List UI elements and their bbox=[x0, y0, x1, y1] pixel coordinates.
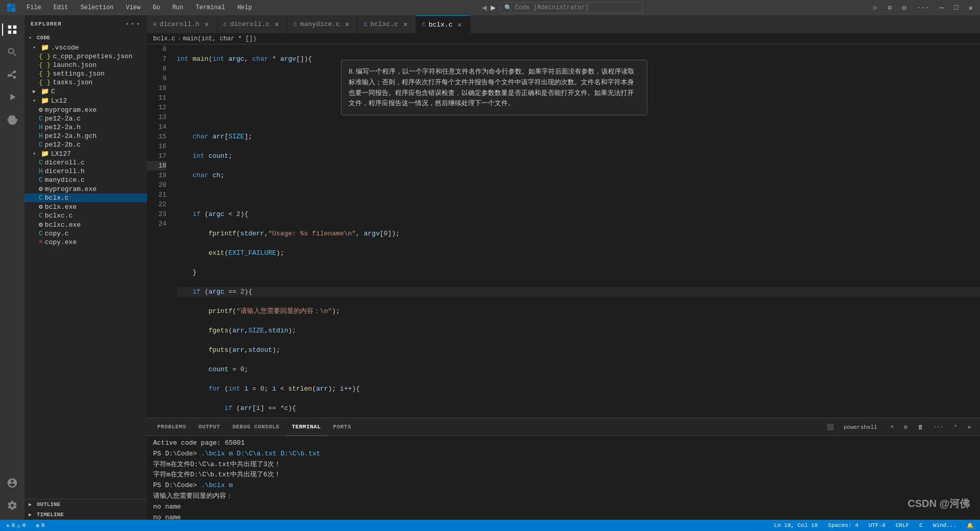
close-panel-icon[interactable]: ✕ bbox=[964, 423, 974, 431]
tree-item-diceroll-h[interactable]: H diceroll.h bbox=[24, 167, 147, 176]
tree-item-c-cpp[interactable]: { } c_cpp_propeties.json bbox=[24, 52, 147, 61]
new-terminal-icon[interactable]: + bbox=[888, 423, 897, 431]
tree-item-myprog2[interactable]: ⚙ myprogram.exe bbox=[24, 184, 147, 194]
status-position[interactable]: Ln 18, Col 18 bbox=[772, 522, 820, 528]
tab-bclxc[interactable]: C bclxc.c ✕ bbox=[358, 15, 416, 33]
tree-item-manydice[interactable]: C manydice.c bbox=[24, 176, 147, 184]
panel-tab-ports[interactable]: PORTS bbox=[327, 418, 358, 436]
tree-item-diceroll-c[interactable]: C diceroll.c bbox=[24, 158, 147, 167]
title-bar-controls[interactable]: ▷ ⚙ ⊟ ··· — □ ✕ bbox=[870, 3, 976, 13]
status-line-ending[interactable]: CRLF bbox=[894, 522, 911, 528]
activity-run-debug[interactable] bbox=[2, 87, 22, 107]
tree-item-lx127[interactable]: ▾ 📁 LX127 bbox=[24, 149, 147, 158]
tree-item-tasks[interactable]: { } tasks.json bbox=[24, 78, 147, 87]
menu-view[interactable]: View bbox=[124, 3, 142, 12]
tree-item-bclx-c[interactable]: C bclx.c bbox=[24, 194, 147, 202]
status-encoding[interactable]: UTF-8 bbox=[867, 522, 888, 528]
tree-item-bclxc-c[interactable]: C bclxc.c bbox=[24, 211, 147, 220]
outline-section[interactable]: ▶ OUTLINE bbox=[24, 499, 147, 510]
tree-item-copy-c[interactable]: C copy.c bbox=[24, 229, 147, 238]
panel-tab-output[interactable]: OUTPUT bbox=[192, 418, 227, 436]
svg-rect-3 bbox=[12, 8, 16, 12]
tab-diceroll-c[interactable]: C diceroll.c ✕ bbox=[217, 15, 288, 33]
tree-item-vscode[interactable]: ▾ 📁 .vscode bbox=[24, 43, 147, 52]
terminal-content[interactable]: Active code page: 65001 PS D:\Code> .\bc… bbox=[147, 436, 980, 520]
kill-terminal-icon[interactable]: 🗑 bbox=[915, 423, 926, 431]
activity-search[interactable] bbox=[2, 42, 22, 62]
tab-diceroll-h[interactable]: H diceroll.h ✕ bbox=[147, 15, 217, 33]
menu-terminal[interactable]: Terminal bbox=[193, 3, 227, 12]
tree-item-bclxc-exe[interactable]: ⚙ bclxc.exe bbox=[24, 220, 147, 229]
debug-run-icon[interactable]: ⚙ bbox=[885, 3, 895, 13]
activity-source-control[interactable] bbox=[2, 64, 22, 85]
tree-item-lx12[interactable]: ▾ 📁 Lx12 bbox=[24, 96, 147, 105]
breadcrumb-file[interactable]: bclx.c bbox=[153, 35, 175, 42]
back-icon[interactable]: ◀ bbox=[482, 3, 487, 13]
maximize-panel-icon[interactable]: ⌃ bbox=[951, 423, 961, 431]
panel-tab-terminal[interactable]: TERMINAL bbox=[286, 418, 327, 436]
run-icon[interactable]: ▷ bbox=[870, 3, 880, 13]
code-line-15: fprintf(stderr,"Usage: %s filename\n", a… bbox=[177, 229, 980, 238]
tree-item-pe12-2a-h[interactable]: H pe12-2a.h bbox=[24, 123, 147, 132]
timeline-section[interactable]: ▶ TIMELINE bbox=[24, 510, 147, 520]
layout-icon[interactable]: ⊟ bbox=[899, 3, 909, 13]
tooltip-text: 8. 编写一个程序，以一个字符和任意文件名作为命令行参数。如果字符后面没有参数，… bbox=[349, 67, 634, 107]
myprog2-label: myprogram.exe bbox=[45, 185, 96, 193]
tree-item-myprog-exe[interactable]: ⚙ myprogram.exe bbox=[24, 105, 147, 114]
tree-item-launch[interactable]: { } launch.json bbox=[24, 61, 147, 69]
more-icon[interactable]: ··· bbox=[914, 3, 933, 13]
code-line-21: fputs(arr,stdout); bbox=[177, 345, 980, 355]
folder-icon: 📁 bbox=[41, 87, 49, 95]
status-bell[interactable]: 🔔 bbox=[965, 522, 976, 529]
tab-close-active[interactable]: ✕ bbox=[456, 20, 464, 29]
activity-settings[interactable] bbox=[2, 495, 22, 516]
tree-item-bclx-exe[interactable]: ⚙ bclx.exe bbox=[24, 202, 147, 211]
tab-close[interactable]: ✕ bbox=[203, 20, 211, 29]
activity-account[interactable] bbox=[2, 473, 22, 493]
split-terminal-icon[interactable]: ⊟ bbox=[901, 423, 911, 431]
tab-close[interactable]: ✕ bbox=[343, 20, 351, 29]
terminal-line-8: no name bbox=[153, 513, 974, 520]
terminal-line-4: 字符m在文件D:\C\b.txt中共出现了6次！ bbox=[153, 470, 974, 480]
terminal-more-icon[interactable]: ··· bbox=[930, 423, 947, 431]
search-box[interactable]: 🔍 Code [Administrator] bbox=[500, 2, 643, 13]
status-info[interactable]: ⊕ 0 bbox=[34, 522, 46, 529]
status-errors[interactable]: ✕ 0 ⚠ 0 bbox=[4, 522, 28, 529]
menu-edit[interactable]: Edit bbox=[52, 3, 70, 12]
json-icon: { } bbox=[39, 79, 51, 86]
activity-extensions[interactable] bbox=[2, 109, 22, 130]
menu-go[interactable]: Go bbox=[151, 3, 162, 12]
menu-file[interactable]: File bbox=[24, 3, 43, 12]
activity-explorer[interactable] bbox=[2, 19, 22, 40]
tree-item-pe12-2b[interactable]: C pe12-2b.c bbox=[24, 140, 147, 149]
tree-item-pe12-2a-c[interactable]: C pe12-2a.c bbox=[24, 114, 147, 123]
close-button[interactable]: ✕ bbox=[966, 3, 976, 13]
status-language[interactable]: C bbox=[917, 522, 925, 528]
tree-item-pe12-2a-gch[interactable]: H pe12-2a.h.gch bbox=[24, 132, 147, 140]
tab-close[interactable]: ✕ bbox=[401, 20, 409, 29]
status-notifications[interactable]: Wind... bbox=[931, 522, 959, 528]
tab-manydice[interactable]: C manydice.c ✕ bbox=[287, 15, 358, 33]
menu-run[interactable]: Run bbox=[170, 3, 186, 12]
code-container[interactable]: 6 7 8 9 10 11 12 13 14 15 16 17 18 19 20… bbox=[147, 44, 980, 418]
bclxc-c-label: bclxc.c bbox=[45, 212, 73, 220]
panel-tab-problems[interactable]: PROBLEMS bbox=[151, 418, 192, 436]
menu-selection[interactable]: Selection bbox=[79, 3, 116, 12]
status-spaces[interactable]: Spaces: 4 bbox=[826, 522, 860, 528]
tree-item-copy-exe[interactable]: ≡ copy.exe bbox=[24, 238, 147, 247]
code-line-12: char ch; bbox=[177, 171, 980, 180]
main-layout: EXPLORER ··· ▾ CODE ▾ 📁 .vscode { } c_cp… bbox=[0, 15, 980, 520]
new-file-icon[interactable]: ··· bbox=[125, 19, 141, 29]
tree-item-settings[interactable]: { } settings.json bbox=[24, 69, 147, 78]
tab-close[interactable]: ✕ bbox=[273, 20, 281, 29]
breadcrumb-symbol[interactable]: main(int, char * []) bbox=[183, 35, 256, 42]
maximize-button[interactable]: □ bbox=[951, 3, 961, 13]
tree-section-code[interactable]: ▾ CODE bbox=[24, 33, 147, 43]
menu-help[interactable]: Help bbox=[235, 3, 254, 12]
tree-item-c-folder[interactable]: ▶ 📁 C bbox=[24, 87, 147, 96]
minimize-button[interactable]: — bbox=[937, 3, 947, 13]
tab-bclx[interactable]: C bclx.c ✕ bbox=[416, 15, 470, 33]
forward-icon[interactable]: ▶ bbox=[491, 3, 496, 13]
panel-tab-debug[interactable]: DEBUG CONSOLE bbox=[226, 418, 285, 436]
menu-bar[interactable]: File Edit Selection View Go Run Terminal… bbox=[24, 3, 254, 12]
